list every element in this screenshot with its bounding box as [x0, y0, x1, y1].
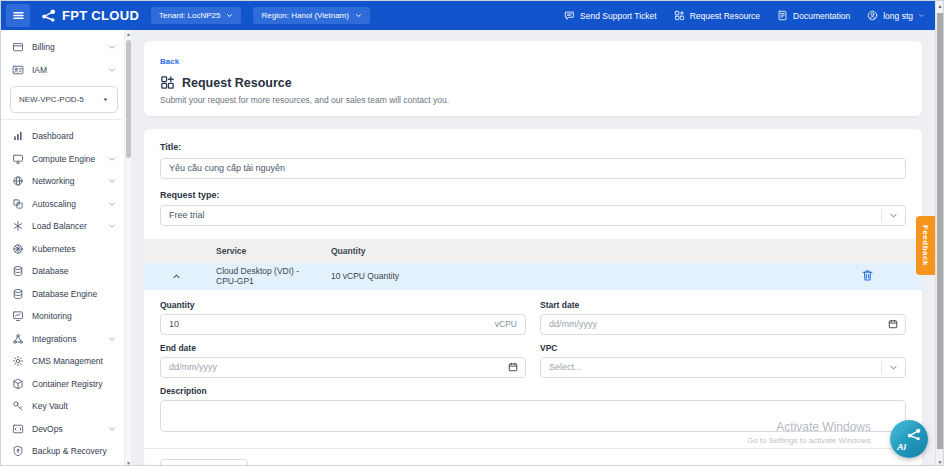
ai-chat-widget-button[interactable]: AI [890, 420, 928, 458]
header-link-documentation[interactable]: Documentation [777, 10, 850, 21]
chevron-up-icon [172, 272, 181, 281]
calendar-icon[interactable] [888, 319, 898, 329]
sidebar-item-container-registry[interactable]: Container Registry [1, 373, 122, 396]
sidebar-item-label: DevOps [32, 424, 63, 434]
tenant-selector[interactable]: Tenant: LocNP25 [151, 7, 241, 24]
networking-icon [12, 175, 24, 187]
sidebar-item-label: Database Engine [32, 289, 97, 299]
delete-service-button[interactable] [859, 268, 875, 284]
scroll-down-arrow[interactable]: ▼ [936, 459, 944, 465]
load-balancer-icon [12, 220, 24, 232]
sidebar-divider [1, 119, 122, 120]
request-type-value: Free trial [169, 210, 205, 220]
add-service-button[interactable]: Add service [160, 459, 248, 466]
iam-icon [12, 64, 24, 76]
start-date-input[interactable]: dd/mm/yyyy [540, 314, 906, 335]
request-type-select[interactable]: Free trial [160, 205, 906, 226]
service-table-row[interactable]: Cloud Desktop (VDI) - CPU-GP1 10 vCPU Qu… [144, 263, 922, 290]
ai-label: AI [897, 442, 906, 452]
column-header-service: Service [209, 246, 324, 256]
sidebar-item-cms-management[interactable]: CMS Management [1, 350, 122, 373]
quantity-value: 10 [161, 319, 179, 329]
compute-engine-icon [12, 153, 24, 165]
sidebar-nav-main: Dashboard Compute Engine Networking Auto… [1, 125, 122, 463]
header-link-request-resource[interactable]: Request Resource [674, 10, 760, 21]
start-date-label: Start date [540, 300, 906, 310]
description-label: Description [160, 386, 906, 396]
sidebar-item-key-vault[interactable]: Key Vault [1, 395, 122, 418]
sidebar-item-kubernetes[interactable]: Kubernetes [1, 238, 122, 261]
sidebar-item-billing[interactable]: Billing [1, 36, 122, 59]
sidebar-item-label: CMS Management [32, 356, 103, 366]
logo-text: FPT CLOUD [62, 8, 139, 23]
back-link[interactable]: Back [160, 57, 179, 66]
chevron-down-icon [108, 335, 116, 343]
sidebar-item-label: IAM [32, 65, 47, 75]
scroll-up-arrow[interactable]: ▲ [936, 3, 944, 9]
documentation-icon [777, 10, 788, 21]
window-scrollbar-thumb[interactable] [937, 13, 943, 449]
sidebar-item-iam[interactable]: IAM [1, 59, 122, 82]
monitoring-icon [12, 310, 24, 322]
quantity-cell: 10 vCPU Quantity [324, 271, 812, 281]
sidebar-item-autoscaling[interactable]: Autoscaling [1, 193, 122, 216]
molecule-icon [906, 426, 923, 443]
chevron-down-icon [226, 12, 233, 19]
sidebar-item-integrations[interactable]: Integrations [1, 328, 122, 351]
feedback-tab[interactable]: Feedback [916, 216, 935, 275]
header-links: Send Support Ticket Request Resource Doc… [564, 10, 925, 21]
sidebar-item-networking[interactable]: Networking [1, 170, 122, 193]
sidebar-item-dashboard[interactable]: Dashboard [1, 125, 122, 148]
dashboard-icon [12, 130, 24, 142]
vpc-selector-dropdown[interactable]: NEW-VPC-POD-5 [10, 86, 118, 113]
fpt-cloud-logo: FPT CLOUD [41, 8, 139, 24]
chevron-down-icon [889, 363, 898, 372]
sidebar-item-database-engine[interactable]: Database Engine [1, 283, 122, 306]
sidebar-item-label: Integrations [32, 334, 76, 344]
chevron-down-icon [355, 12, 362, 19]
sidebar-item-monitoring[interactable]: Monitoring [1, 305, 122, 328]
sidebar-item-database[interactable]: Database [1, 260, 122, 283]
description-textarea[interactable] [160, 400, 906, 432]
autoscaling-icon [12, 198, 24, 210]
vpc-select[interactable]: Select... [540, 357, 906, 378]
chevron-down-icon [108, 177, 116, 185]
sidebar-item-compute-engine[interactable]: Compute Engine [1, 148, 122, 171]
collapse-row-button[interactable] [144, 272, 209, 281]
sidebar-item-backup-recovery[interactable]: Backup & Recovery [1, 440, 122, 463]
chevron-down-icon [108, 200, 116, 208]
cms-management-icon [12, 355, 24, 367]
vpc-label: VPC [540, 343, 906, 353]
database-icon [12, 265, 24, 277]
tenant-label: Tenant: LocNP25 [159, 11, 220, 20]
key-vault-icon [12, 400, 24, 412]
service-detail-panel: Quantity 10 vCPU Start date dd/mm/yyyy E… [144, 290, 922, 436]
top-header: FPT CLOUD Tenant: LocNP25 Region: Hanoi … [1, 1, 935, 30]
region-selector[interactable]: Region: Hanoi (Vietnam) [253, 7, 369, 24]
sidebar-nav-top: Billing IAM [1, 36, 122, 81]
header-link-label: Documentation [793, 11, 850, 21]
sidebar-item-load-balancer[interactable]: Load Balancer [1, 215, 122, 238]
sidebar-scrollbar[interactable]: ▲ ▼ [124, 30, 131, 466]
title-field-label: Title: [160, 142, 906, 152]
sidebar-item-label: Networking [32, 176, 75, 186]
window-scrollbar[interactable]: ▲ ▼ [935, 1, 943, 466]
sidebar-item-label: Monitoring [32, 311, 72, 321]
hamburger-menu-button[interactable] [6, 4, 30, 27]
header-link-user-menu[interactable]: long stg [867, 10, 925, 21]
header-link-send-support-ticket[interactable]: Send Support Ticket [564, 10, 657, 21]
request-resource-icon [160, 75, 175, 90]
start-date-placeholder: dd/mm/yyyy [541, 319, 597, 329]
sidebar-item-devops[interactable]: DevOps [1, 418, 122, 441]
user-icon [867, 10, 878, 21]
chevron-down-icon [108, 66, 116, 74]
chevron-down-icon [889, 211, 898, 220]
quantity-stepper[interactable]: 10 vCPU [160, 314, 526, 335]
calendar-icon[interactable] [508, 362, 518, 372]
service-table-header: Service Quantity [144, 239, 922, 263]
title-input[interactable] [160, 158, 906, 179]
chevron-down-icon [918, 12, 925, 19]
end-date-input[interactable]: dd/mm/yyyy [160, 357, 526, 378]
end-date-label: End date [160, 343, 526, 353]
column-header-quantity: Quantity [324, 246, 812, 256]
